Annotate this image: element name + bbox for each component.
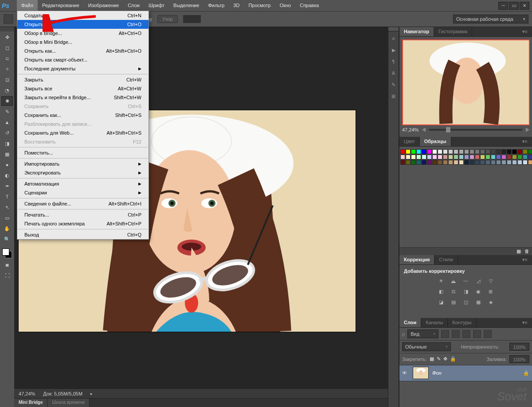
menuitem--[interactable]: ВыходCtrl+Q	[17, 230, 149, 239]
visibility-icon[interactable]: 👁	[402, 370, 409, 376]
tab-color[interactable]: Цвет	[399, 137, 420, 146]
swatch[interactable]	[432, 149, 437, 154]
swatch[interactable]	[485, 160, 490, 165]
swatch[interactable]	[448, 160, 453, 165]
stamp-tool[interactable]: ▲	[1, 117, 13, 127]
lock-pixels-icon[interactable]: ▦	[430, 356, 434, 362]
swatch[interactable]	[469, 155, 474, 159]
tab-paths[interactable]: Контуры	[448, 318, 476, 327]
tab-corrections[interactable]: Коррекция	[399, 255, 434, 264]
swatch[interactable]	[464, 155, 469, 159]
curves-icon[interactable]: 〰	[462, 277, 470, 285]
swatch[interactable]	[443, 149, 448, 154]
zoom-in-icon[interactable]	[526, 128, 529, 132]
swatch[interactable]	[517, 160, 522, 165]
swatch[interactable]	[475, 155, 480, 159]
workspace-dropdown[interactable]: Основная рабочая среда▾	[453, 15, 528, 23]
menu-выделение[interactable]: Выделение	[169, 0, 203, 11]
layer-row[interactable]: 👁 Фон 🔒	[399, 365, 532, 381]
brush-presets-icon[interactable]: ✎	[389, 80, 398, 89]
swatch[interactable]	[406, 160, 411, 165]
swatch[interactable]	[454, 149, 458, 154]
menu-изображение[interactable]: Изображение	[84, 0, 123, 11]
exposure-icon[interactable]: ◿	[474, 277, 482, 285]
fill-field[interactable]: 100%	[509, 355, 529, 363]
swatch[interactable]	[517, 149, 522, 154]
character-icon[interactable]: A	[389, 69, 398, 78]
swatch[interactable]	[528, 155, 532, 159]
swatch[interactable]	[432, 155, 437, 159]
lock-icon[interactable]: 🔒	[450, 356, 456, 362]
menuitem--[interactable]: Автоматизация▶	[17, 179, 149, 188]
tab-styles[interactable]: Стили	[434, 255, 458, 264]
maximize-button[interactable]: ▭	[509, 2, 519, 10]
tool-preset-icon[interactable]	[4, 14, 13, 24]
pattern-preview[interactable]	[183, 15, 201, 23]
menuitem--bridge-[interactable]: Закрыть и перейти в Bridge...Shift+Ctrl+…	[17, 93, 149, 102]
opacity-field[interactable]: 100%	[509, 343, 529, 351]
swatch[interactable]	[422, 149, 426, 154]
invert-icon[interactable]: ◪	[437, 298, 445, 306]
bw-icon[interactable]: ◨	[462, 288, 470, 296]
lock-position-icon[interactable]: ✎	[437, 356, 441, 362]
menuitem--web-[interactable]: Сохранить для Web...Alt+Shift+Ctrl+S	[17, 128, 149, 137]
menu-шрифт[interactable]: Шрифт	[144, 0, 169, 11]
menuitem--[interactable]: Сведения о файле...Alt+Shift+Ctrl+I	[17, 199, 149, 208]
swatch[interactable]	[454, 155, 458, 159]
swatch[interactable]	[400, 160, 405, 165]
filter-type-icon[interactable]	[462, 330, 470, 338]
filter-adjust-icon[interactable]	[452, 330, 460, 338]
move-tool[interactable]: ✥	[1, 32, 13, 42]
swatch[interactable]	[523, 155, 528, 159]
swatch[interactable]	[416, 149, 421, 154]
swatch[interactable]	[501, 155, 506, 159]
lock-all-icon[interactable]: ✥	[443, 356, 447, 362]
levels-icon[interactable]: ⛰	[450, 277, 458, 285]
swatch[interactable]	[422, 155, 426, 159]
panel-menu-icon[interactable]: ▾≡	[518, 255, 532, 264]
tab-swatches[interactable]: Образцы	[420, 137, 451, 146]
tab-channels[interactable]: Каналы	[421, 318, 448, 327]
swatch[interactable]	[501, 149, 506, 154]
menuitem--[interactable]: Открыть как...Alt+Shift+Ctrl+O	[17, 47, 149, 55]
swatch[interactable]	[480, 149, 485, 154]
swatch[interactable]	[507, 149, 512, 154]
swatch[interactable]	[411, 160, 416, 165]
channel-mixer-icon[interactable]: ⊞	[487, 288, 495, 296]
posterize-icon[interactable]: ▤	[450, 298, 458, 306]
hue-icon[interactable]: ◧	[437, 288, 445, 296]
eraser-tool[interactable]: ◨	[1, 139, 13, 148]
menuitem--[interactable]: Импортировать▶	[17, 159, 149, 168]
panel-menu-icon[interactable]: ▾≡	[518, 137, 532, 146]
swatch[interactable]	[491, 160, 496, 165]
swatch[interactable]	[416, 155, 421, 159]
menu-просмотр[interactable]: Просмотр	[244, 0, 275, 11]
swatch[interactable]	[448, 155, 453, 159]
swatch[interactable]	[464, 149, 469, 154]
menu-редактирование[interactable]: Редактирование	[38, 0, 84, 11]
menuitem--mini-bridge-[interactable]: Обзор в Mini Bridge...	[17, 38, 149, 47]
menu-фильтр[interactable]: Фильтр	[203, 0, 229, 11]
zoom-tool[interactable]: 🔍	[1, 234, 13, 244]
menuitem--[interactable]: Создать...Ctrl+N	[17, 11, 149, 20]
swatch[interactable]	[528, 160, 532, 165]
dodge-tool[interactable]: ◐	[1, 171, 13, 180]
zoom-slider[interactable]	[429, 129, 522, 131]
menuitem--bridge-[interactable]: Обзор в Bridge...Alt+Ctrl+O	[17, 29, 149, 38]
new-swatch-icon[interactable]: ▦	[516, 248, 521, 254]
magic-wand-tool[interactable]: ✧	[1, 64, 13, 74]
crop-tool[interactable]: ⊡	[1, 75, 13, 85]
play-icon[interactable]: ▶	[389, 46, 398, 54]
swatch[interactable]	[523, 149, 528, 154]
vibrance-icon[interactable]: ▽	[487, 277, 495, 285]
swatch[interactable]	[454, 160, 458, 165]
tab-timeline[interactable]: Шкала времени	[47, 399, 89, 407]
filter-pixel-icon[interactable]	[441, 330, 449, 338]
swatch[interactable]	[501, 160, 506, 165]
trash-icon[interactable]: 🗑	[524, 248, 529, 254]
paragraph-icon[interactable]: ¶	[389, 57, 398, 66]
swatch[interactable]	[406, 149, 411, 154]
swatch[interactable]	[496, 160, 501, 165]
swatch[interactable]	[406, 155, 411, 159]
menu-слои[interactable]: Слои	[123, 0, 144, 11]
